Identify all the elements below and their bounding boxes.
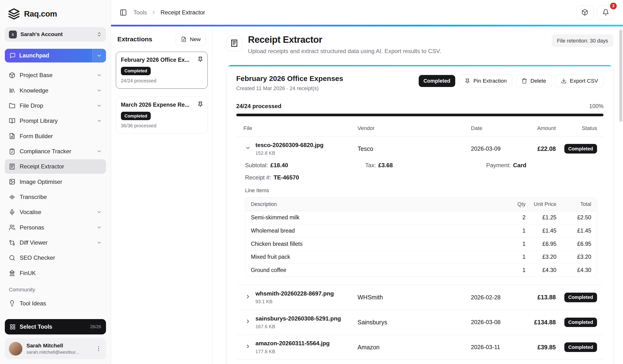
- breadcrumb-tools[interactable]: Tools: [134, 9, 147, 16]
- more-options-icon[interactable]: [95, 345, 102, 352]
- tax: Tax:£3.68: [365, 162, 486, 169]
- folder-icon: [9, 103, 15, 109]
- launchpad-label: Launchpad: [19, 52, 49, 59]
- sidebar-item-label: Project Base: [20, 72, 92, 79]
- pin-icon[interactable]: [197, 56, 203, 62]
- status-badge: Completed: [564, 144, 597, 153]
- line-item-qty: 1: [502, 228, 526, 234]
- new-extraction-button[interactable]: New: [176, 33, 206, 46]
- sidebar-item-file-drop[interactable]: File Drop: [5, 99, 106, 113]
- scrollbar[interactable]: [619, 30, 622, 122]
- payment: Payment:Card: [486, 162, 597, 169]
- download-icon: [561, 78, 567, 84]
- sidebar-toggle-icon[interactable]: [120, 9, 127, 16]
- sidebar-bottom: Select Tools 26/26 Sarah Mitchell sarah.…: [5, 314, 106, 359]
- layers-logo-icon: [8, 8, 20, 20]
- sidebar-item-finuk[interactable]: FinUK: [5, 266, 106, 280]
- processed-count: 36/36 processed: [121, 123, 203, 128]
- pin-icon[interactable]: [197, 101, 203, 107]
- delete-button[interactable]: Delete: [516, 74, 552, 88]
- receipt-row[interactable]: amazon-20260311-5564.jpg177.8 KBAmazon20…: [236, 335, 603, 360]
- line-items-header: DescriptionQtyUnit PriceTotal: [245, 197, 597, 211]
- chevron-down-icon: [97, 103, 102, 108]
- extraction-card[interactable]: February 2026 Office Ex...Completed24/24…: [116, 52, 208, 89]
- apps-button[interactable]: [577, 5, 593, 20]
- sidebar-item-image-optimiser[interactable]: Image Optimiser: [5, 175, 106, 189]
- sidebar-item-label: Personas: [20, 224, 92, 231]
- receipt-details: Subtotal:£18.40Tax:£3.68Payment:CardRece…: [236, 161, 603, 285]
- sidebar-item-diff-viewer[interactable]: Diff Viewer: [5, 236, 106, 250]
- sidebar-item-project-base[interactable]: Project Base: [5, 68, 106, 82]
- export-csv-button[interactable]: Export CSV: [556, 74, 603, 88]
- brand-logo[interactable]: Raq.com: [5, 5, 106, 27]
- chevron-right-icon: [151, 10, 156, 15]
- library-icon: [9, 87, 15, 94]
- receipt-row[interactable]: tesco-20260309-6820.jpg152.8 KBTesco2026…: [236, 136, 603, 161]
- extraction-card[interactable]: March 2026 Expense Re...Completed36/36 p…: [116, 97, 208, 134]
- chevron-down-icon: [96, 53, 102, 58]
- sidebar-item-tool-ideas[interactable]: Tool Ideas: [5, 296, 106, 311]
- sidebar-item-seo-checker[interactable]: SEO Checker: [5, 251, 106, 265]
- sidebar-item-compliance-tracker[interactable]: Compliance Tracker: [5, 144, 106, 159]
- sidebar: Raq.com s Sarah's Account Launchpad Proj…: [0, 0, 111, 364]
- receipt-row[interactable]: sainsburys-20260308-5291.png167.6 KBSain…: [236, 310, 603, 335]
- brand-name: Raq.com: [24, 9, 57, 19]
- image-icon: [9, 178, 15, 185]
- box-icon: [9, 72, 15, 79]
- date-cell: 2026-03-08: [471, 319, 523, 325]
- chevron-down-icon: [97, 118, 102, 124]
- sidebar-item-prompt-library[interactable]: Prompt Library: [5, 114, 106, 128]
- file-text-icon: [9, 133, 15, 139]
- file-size: 167.6 KB: [255, 324, 358, 329]
- tools-count-badge: 26/26: [90, 324, 101, 329]
- column-header-date: Date: [471, 125, 523, 131]
- sidebar-item-label: Prompt Library: [20, 117, 92, 124]
- clipboard-check-icon: [9, 148, 15, 155]
- pin-extraction-button[interactable]: Pin Extraction: [459, 74, 512, 88]
- file-size: 152.8 KB: [255, 150, 358, 156]
- chevron-down-icon: [97, 73, 102, 78]
- account-switcher[interactable]: s Sarah's Account: [5, 27, 106, 42]
- chevron-right-icon[interactable]: [245, 294, 251, 300]
- chevron-down-icon: [97, 240, 102, 245]
- line-item-unit-price: £1.25: [526, 214, 556, 221]
- receipt-row-group: 20260305-9080: [236, 360, 603, 364]
- select-tools-button[interactable]: Select Tools 26/26: [5, 319, 106, 334]
- topbar: Tools Receipt Extractor 3: [111, 0, 623, 25]
- bell-icon: [602, 9, 609, 16]
- extractions-list: February 2026 Office Ex...Completed24/24…: [115, 52, 208, 134]
- extraction-meta: Created 11 Mar 2026 · 24 receipt(s): [236, 85, 343, 91]
- user-menu[interactable]: Sarah Mitchell sarah.mitchell@westbur...: [5, 338, 106, 359]
- chevron-right-icon[interactable]: [245, 318, 251, 324]
- receipts-table-header: File Vendor Date Amount Status: [236, 125, 603, 136]
- page-subtitle: Upload receipts and extract structured d…: [248, 48, 441, 55]
- status-badge: Completed: [419, 75, 455, 87]
- line-item-description: Ground coffee: [251, 267, 502, 273]
- line-items-table: DescriptionQtyUnit PriceTotalSemi-skimme…: [245, 197, 597, 277]
- chevron-down-icon[interactable]: [245, 145, 251, 151]
- chevron-right-icon[interactable]: [245, 343, 251, 349]
- receipts-table-body: tesco-20260309-6820.jpg152.8 KBTesco2026…: [236, 136, 603, 364]
- line-item-row: Semi-skimmed milk2£1.25£2.50: [245, 211, 597, 224]
- file-name: tesco-20260309-6820.jpg: [255, 142, 358, 149]
- sidebar-item-personas[interactable]: Personas: [5, 220, 106, 235]
- sidebar-item-receipt-extractor[interactable]: Receipt Extractor: [5, 159, 106, 174]
- status-badge: Completed: [121, 67, 151, 75]
- sidebar-item-knowledge[interactable]: Knowledge: [5, 83, 106, 98]
- amount-cell: £22.08: [523, 145, 556, 152]
- launchpad-expand-button[interactable]: [92, 49, 106, 63]
- launchpad-button[interactable]: Launchpad: [5, 49, 106, 63]
- receipt-row[interactable]: 20260305-9080: [236, 360, 603, 364]
- lightbulb-icon: [9, 300, 15, 307]
- line-item-total: £3.20: [556, 254, 591, 260]
- app: Raq.com s Sarah's Account Launchpad Proj…: [0, 0, 623, 364]
- sidebar-item-label: Vocalise: [20, 209, 92, 215]
- receipt-row[interactable]: whsmith-20260228-8697.png93.1 KBWHSmith2…: [236, 285, 603, 310]
- sidebar-item-label: Receipt Extractor: [20, 163, 102, 170]
- line-item-total: £4.30: [556, 267, 591, 273]
- sidebar-item-vocalise[interactable]: Vocalise: [5, 205, 106, 219]
- sidebar-item-transcribe[interactable]: Transcribe: [5, 190, 106, 204]
- notifications-button[interactable]: 3: [597, 5, 614, 20]
- sidebar-item-form-builder[interactable]: Form Builder: [5, 129, 106, 143]
- extraction-actions: Completed Pin Extraction Delete: [419, 74, 603, 88]
